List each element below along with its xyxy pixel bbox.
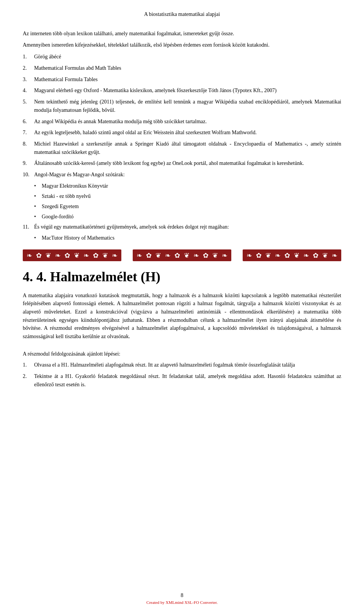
list-item-6: 6. Az angol Wikipédia és annak Matematik…: [23, 118, 341, 126]
item-2-text: Mathematical Formulas abd Math Tables: [34, 64, 341, 72]
svg-text:❦: ❦: [322, 252, 328, 259]
bullet-1-text: Magyar Elektronikus Könyvtár: [42, 182, 108, 190]
svg-text:❧: ❧: [332, 252, 337, 259]
svg-text:✿: ✿: [64, 252, 70, 259]
bullet-1-icon: •: [34, 182, 42, 190]
bullet-item-3: • Szegedi Egyetem: [34, 202, 341, 210]
bullet-3-icon: •: [34, 202, 42, 210]
step-2-text: Tekintse át a H1. Gyakorló feladatok meg…: [34, 372, 341, 389]
item-6-number: 6.: [23, 118, 34, 126]
svg-text:❦: ❦: [265, 252, 271, 259]
step-1-text: Olvassa el a H1. Halmazelméleti alapfoga…: [34, 361, 341, 369]
item-6-text: Az angol Wikipédia és annak Matematika m…: [34, 118, 341, 126]
svg-text:❧: ❧: [303, 252, 309, 259]
bullet-item-2: • Sztaki - ez több nyelvű: [34, 192, 341, 200]
item-9-number: 9.: [23, 159, 34, 168]
bullet-4-icon: •: [34, 213, 42, 221]
list-item-10: 10. Angol-Magyar és Magyar-Angol szótára…: [23, 171, 341, 179]
svg-text:✿: ✿: [93, 252, 99, 259]
bullet-item-5: • MacTutor History of Mathematics: [34, 234, 341, 242]
item-9-text: Általánosabb szócikk-kereső (amely több …: [34, 159, 341, 168]
svg-text:❧: ❧: [27, 252, 32, 259]
svg-text:❦: ❦: [184, 252, 190, 259]
svg-text:❦: ❦: [102, 252, 108, 259]
svg-text:❦: ❦: [46, 252, 51, 259]
list-item-11: 11. És végül egy matematikatörténeti gyű…: [23, 223, 341, 231]
item-7-number: 7.: [23, 129, 34, 137]
svg-text:✿: ✿: [203, 252, 209, 259]
item-4-number: 4.: [23, 86, 34, 95]
item-11-text: És végül egy matematikatörténeti gyűjtem…: [34, 223, 341, 231]
bullet-item-1: • Magyar Elektronikus Könyvtár: [34, 182, 341, 190]
svg-text:❦: ❦: [74, 252, 80, 259]
svg-text:❧: ❧: [136, 252, 142, 259]
list-item-2: 2. Mathematical Formulas abd Math Tables: [23, 64, 341, 72]
bullet-2-text: Sztaki - ez több nyelvű: [42, 192, 91, 200]
bullet-item-4: • Google-fordító: [34, 213, 341, 221]
chapter-step-1: 1. Olvassa el a H1. Halmazelméleti alapf…: [23, 361, 341, 369]
bullet-3-text: Szegedi Egyetem: [42, 202, 79, 210]
bullet-5-icon: •: [34, 234, 42, 242]
svg-text:❧: ❧: [222, 252, 228, 259]
svg-text:❧: ❧: [275, 252, 281, 259]
chapter-heading: 4. 4. Halmazelmélet (H): [23, 269, 341, 285]
page-header: A biostatisztika matematikai alapjai: [23, 11, 341, 20]
svg-text:❧: ❧: [83, 252, 89, 259]
svg-text:✿: ✿: [174, 252, 180, 259]
list-item-8: 8. Michiel Hazewinkel a szerkesztője ann…: [23, 140, 341, 156]
svg-text:✿: ✿: [313, 252, 318, 259]
svg-text:✿: ✿: [284, 252, 290, 259]
item-1-number: 1.: [23, 53, 34, 61]
item-1-text: Görög ábécé: [34, 53, 341, 61]
item-2-number: 2.: [23, 64, 34, 72]
svg-text:❦: ❦: [294, 252, 300, 259]
item-3-text: Mathematical Formula Tables: [34, 75, 341, 84]
item-11-number: 11.: [23, 223, 34, 231]
svg-text:❦: ❦: [212, 252, 218, 259]
list-item-7: 7. Az egyik legteljesebb, haladó szintű …: [23, 129, 341, 137]
bullet-4-text: Google-fordító: [42, 213, 74, 221]
svg-text:❧: ❧: [112, 252, 118, 259]
page-number: 8: [0, 592, 364, 599]
svg-text:❧: ❧: [165, 252, 171, 259]
intro-section: Az interneten több olyan lexikon találha…: [23, 30, 341, 49]
bullet-5-text: MacTutor History of Mathematics: [42, 234, 115, 242]
header-title: A biostatisztika matematikai alapjai: [144, 11, 220, 17]
bullet-2-icon: •: [34, 192, 42, 200]
item-10-number: 10.: [23, 171, 34, 179]
svg-text:❦: ❦: [155, 252, 161, 259]
item-5-number: 5.: [23, 98, 34, 114]
svg-text:❧: ❧: [246, 252, 252, 259]
step-1-number: 1.: [23, 361, 34, 369]
item-5-text: Nem tekinthető még jelenleg (2011) telje…: [34, 98, 341, 114]
list-item-5: 5. Nem tekinthető még jelenleg (2011) te…: [23, 98, 341, 114]
item-10-text: Angol-Magyar és Magyar-Angol szótárak:: [34, 171, 341, 179]
list-item-9: 9. Általánosabb szócikk-kereső (amely tö…: [23, 159, 341, 168]
svg-text:❧: ❧: [193, 252, 199, 259]
chapter-step-2: 2. Tekintse át a H1. Gyakorló feladatok …: [23, 372, 341, 389]
list-item-4: 4. Magyarul elérhető egy Oxford - Matema…: [23, 86, 341, 95]
item-7-text: Az egyik legteljesebb, haladó szintű ang…: [34, 129, 341, 137]
list-item-3: 3. Mathematical Formula Tables: [23, 75, 341, 84]
chapter-para1: A matematika alapjaira vonatkozó kutatás…: [23, 292, 341, 341]
step-2-number: 2.: [23, 372, 34, 389]
svg-text:❧: ❧: [55, 252, 61, 259]
svg-text:✿: ✿: [256, 252, 262, 259]
intro-para1: Az interneten több olyan lexikon találha…: [23, 30, 341, 38]
svg-text:✿: ✿: [36, 252, 42, 259]
list-item-1: 1. Görög ábécé: [23, 53, 341, 61]
ornament-svg: ❧ ✿ ❦ ❧ ✿ ❦ ❧ ✿ ❦ ❧ ❧ ✿ ❦ ❧ ✿ ❦ ❧ ✿ ❦ ❧ …: [23, 249, 341, 262]
decorative-divider: ❧ ✿ ❦ ❧ ✿ ❦ ❧ ✿ ❦ ❧ ❧ ✿ ❦ ❧ ✿ ❦ ❧ ✿ ❦ ❧ …: [23, 249, 341, 262]
item-4-text: Magyarul elérhető egy Oxford - Matematik…: [34, 86, 341, 95]
item-3-number: 3.: [23, 75, 34, 84]
item-8-text: Michiel Hazewinkel a szerkesztője annak …: [34, 140, 341, 156]
svg-text:✿: ✿: [146, 252, 152, 259]
item-8-number: 8.: [23, 140, 34, 156]
intro-para2: Amennyiben ismeretlen kifejezésekkel, té…: [23, 41, 341, 49]
page-footer: 8 Created by XMLmind XSL-FO Converter.: [0, 592, 364, 605]
chapter-para2: A részmodul feldolgozásának ajánlott lép…: [23, 350, 341, 358]
footer-credit: Created by XMLmind XSL-FO Converter.: [0, 600, 364, 605]
